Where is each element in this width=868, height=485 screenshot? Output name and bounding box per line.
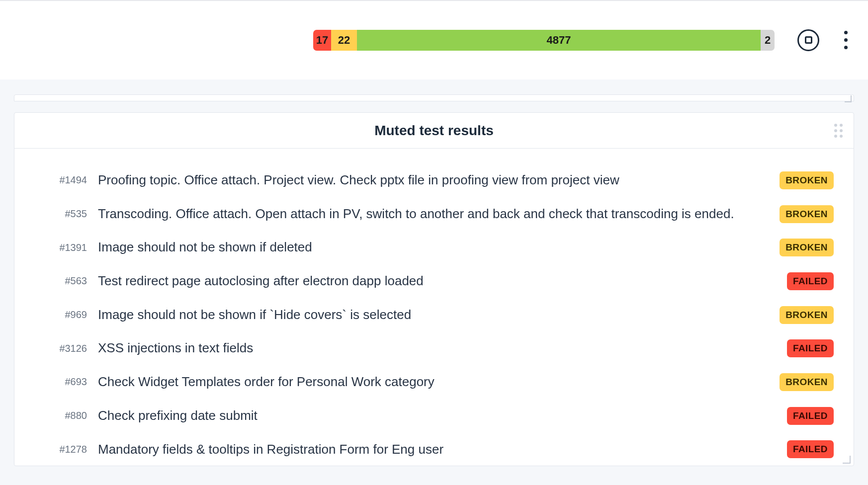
dots-icon	[844, 31, 848, 34]
dots-icon	[844, 46, 848, 49]
test-id: #693	[48, 376, 87, 388]
status-segment-failed[interactable]: 17	[313, 30, 331, 51]
status-badge-failed: FAILED	[787, 339, 834, 357]
test-title: Image should not be shown if `Hide cover…	[98, 306, 769, 324]
status-badge-broken: BROKEN	[780, 239, 834, 256]
test-title: Image should not be shown if deleted	[98, 238, 769, 257]
test-id: #969	[48, 309, 87, 321]
stop-button[interactable]	[797, 29, 819, 51]
panel-header: Muted test results	[14, 113, 854, 149]
test-title: Transcoding. Office attach. Open attach …	[98, 205, 769, 224]
status-segment-broken[interactable]: 22	[331, 30, 357, 51]
test-title: Test redirect page autoclosing after ele…	[98, 272, 776, 291]
status-badge-failed: FAILED	[787, 272, 834, 290]
test-result-row[interactable]: #1278Mandatory fields & tooltips in Regi…	[48, 433, 834, 466]
test-title: Check Widget Templates order for Persona…	[98, 373, 769, 392]
test-result-row[interactable]: #880Check prefixing date submitFAILED	[48, 399, 834, 433]
test-result-row[interactable]: #969Image should not be shown if `Hide c…	[48, 298, 834, 332]
test-result-row[interactable]: #3126XSS injections in text fieldsFAILED	[48, 331, 834, 365]
test-id: #3126	[48, 343, 87, 354]
panel-body: #1494Proofing topic. Office attach. Proj…	[14, 149, 854, 466]
top-bar: 17 22 4877 2	[0, 0, 868, 80]
test-result-row[interactable]: #1391Image should not be shown if delete…	[48, 231, 834, 264]
test-id: #535	[48, 208, 87, 220]
status-segment-passed[interactable]: 4877	[357, 30, 761, 51]
previous-panel-edge	[14, 94, 854, 101]
status-badge-broken: BROKEN	[780, 171, 834, 189]
test-result-row[interactable]: #1494Proofing topic. Office attach. Proj…	[48, 163, 834, 197]
status-badge-broken: BROKEN	[780, 205, 834, 223]
test-id: #1494	[48, 174, 87, 186]
top-bar-actions	[797, 28, 851, 52]
status-badge-broken: BROKEN	[780, 306, 834, 324]
test-title: XSS injections in text fields	[98, 339, 776, 358]
status-badge-failed: FAILED	[787, 440, 834, 458]
muted-test-results-panel: Muted test results #1494Proofing topic. …	[14, 112, 854, 466]
run-status-bar[interactable]: 17 22 4877 2	[313, 30, 775, 51]
status-segment-skipped[interactable]: 2	[761, 30, 775, 51]
test-title: Check prefixing date submit	[98, 406, 776, 425]
test-id: #880	[48, 410, 87, 421]
test-id: #1391	[48, 242, 87, 253]
more-menu-button[interactable]	[841, 28, 851, 52]
test-result-row[interactable]: #563Test redirect page autoclosing after…	[48, 264, 834, 298]
dots-icon	[844, 38, 848, 42]
test-title: Proofing topic. Office attach. Project v…	[98, 171, 769, 190]
drag-handle-icon[interactable]	[834, 124, 843, 138]
panel-title: Muted test results	[374, 123, 494, 139]
test-title: Mandatory fields & tooltips in Registrat…	[98, 440, 776, 459]
status-badge-broken: BROKEN	[780, 373, 834, 391]
test-result-row[interactable]: #535Transcoding. Office attach. Open att…	[48, 197, 834, 231]
top-bar-inner: 17 22 4877 2	[313, 28, 851, 52]
status-badge-failed: FAILED	[787, 407, 834, 425]
test-result-row[interactable]: #693Check Widget Templates order for Per…	[48, 365, 834, 399]
test-id: #563	[48, 275, 87, 287]
stop-icon	[805, 36, 812, 44]
test-id: #1278	[48, 444, 87, 455]
